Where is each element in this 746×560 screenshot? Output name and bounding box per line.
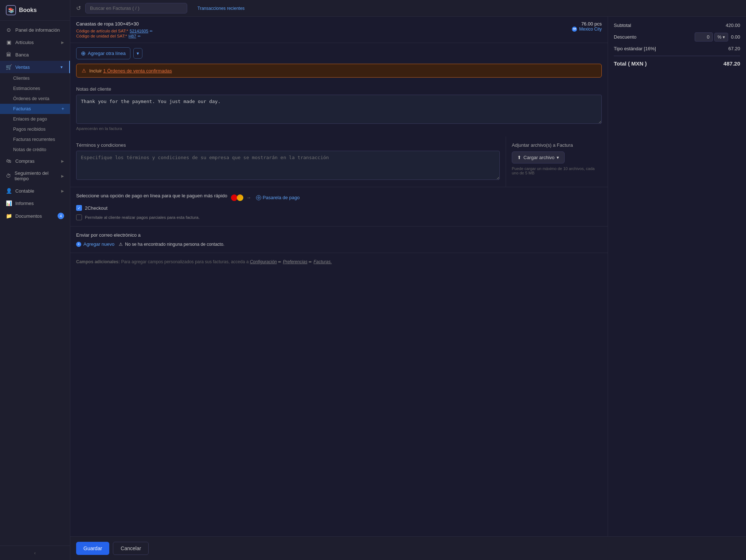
sidebar-item-articulos[interactable]: ▣ Artículos ▶ [0, 36, 70, 48]
add-line-button[interactable]: ⊕ Agregar otra línea [76, 47, 130, 59]
sidebar-item-panel[interactable]: ⊙ Panel de información [0, 24, 70, 36]
sidebar-item-label: Banca [15, 52, 29, 58]
sidebar-item-estimaciones[interactable]: Estimaciones [0, 83, 70, 94]
sidebar-item-ventas[interactable]: 🛒 Ventas ▼ [0, 61, 70, 73]
save-button[interactable]: Guardar [76, 542, 109, 555]
chevron-right-icon: ▶ [61, 189, 64, 193]
recent-transactions-link[interactable]: Transacciones recientes [192, 4, 251, 12]
warning-triangle-icon: ⚠ [119, 242, 123, 247]
discount-value: 0.00 [731, 34, 740, 40]
edit-sat-article-icon[interactable]: ✏ [150, 29, 153, 33]
add-email-button[interactable]: + Agregar nuevo [76, 241, 114, 247]
sat-article-code-label: Código de artículo del SAT:* [76, 29, 128, 33]
sidebar-item-label: Contable [15, 188, 34, 194]
warning-icon: ⚠ [82, 68, 86, 74]
add-line-dropdown-button[interactable]: ▾ [133, 48, 142, 59]
preferencias-link[interactable]: Preferencias [283, 259, 307, 264]
sidebar-item-contable[interactable]: 👤 Contable ▶ [0, 185, 70, 197]
sidebar-item-documentos[interactable]: 📁 Documentos 4 [0, 209, 70, 222]
alert-bar: ⚠ Incluir 1 Órdenes de venta confirmadas [76, 64, 602, 78]
terms-textarea[interactable] [76, 151, 500, 180]
sat-unit-code-value[interactable]: H87 [129, 34, 136, 38]
additional-fields-section: Campos adicionales: Para agregar campos … [70, 253, 608, 270]
email-label: Enviar por correo electrónico a [76, 232, 602, 238]
sidebar-item-recurrentes[interactable]: Facturas recurrentes [0, 134, 70, 145]
upload-file-button[interactable]: ⬆ Cargar archivo ▾ [512, 151, 565, 163]
location-name: Mexico City [579, 27, 602, 32]
right-panel: Subtotal 420.00 Descuento 0 % ▾ 0.00 [608, 17, 746, 536]
history-icon[interactable]: ↺ [76, 5, 81, 12]
sidebar-item-informes[interactable]: 📊 Informes [0, 197, 70, 209]
product-location[interactable]: 🗺 Mexico City [572, 27, 602, 32]
tax-value: 67.20 [728, 46, 740, 51]
bottom-bar: Guardar Cancelar [70, 536, 746, 560]
pct-dropdown-icon: ▾ [723, 35, 725, 40]
cancel-button[interactable]: Cancelar [113, 542, 149, 555]
sidebar-item-facturas[interactable]: Facturas + [0, 104, 70, 114]
sat-unit-code-label: Código de unidad del SAT:* [76, 34, 127, 38]
sidebar-item-pagos[interactable]: Pagos recibidos [0, 124, 70, 134]
arrow-icon: → [246, 195, 251, 200]
sidebar-item-banca[interactable]: 🏛 Banca [0, 48, 70, 61]
subtotal-label: Subtotal [614, 23, 631, 28]
sidebar-item-seguimiento[interactable]: ⏱ Seguimiento del tiempo ▶ [0, 167, 70, 185]
sidebar-item-compras[interactable]: 🛍 Compras ▶ [0, 155, 70, 167]
notes-textarea[interactable]: Thank you for the payment. You just made… [76, 95, 602, 124]
notes-hint: Aparecerán en la factura [76, 126, 602, 131]
sidebar-item-label: Documentos [15, 213, 42, 219]
add-circle-icon: + [76, 242, 81, 247]
checkout-checkbox[interactable]: ✓ [76, 205, 82, 211]
sidebar-item-label: Seguimiento del tiempo [15, 170, 58, 181]
edit-sat-unit-icon[interactable]: ✏ [138, 34, 141, 38]
chevron-right-icon: ▶ [61, 174, 64, 178]
payment-label: Seleccione una opción de pago en línea p… [76, 193, 227, 198]
sat-article-code-value[interactable]: 52141605 [130, 29, 148, 33]
additional-prefix: Campos adicionales: [76, 259, 120, 264]
alert-link[interactable]: 1 Órdenes de venta confirmadas [103, 68, 172, 74]
sidebar: 📚 Books ⊙ Panel de información ▣ Artícul… [0, 0, 70, 560]
payment-gateway-link[interactable]: ⚙ Pasarela de pago [256, 195, 300, 200]
gateway-label: Pasarela de pago [263, 195, 300, 200]
discount-input[interactable]: 0 [695, 32, 713, 42]
product-info: Canastas de ropa 100×45×30 Código de art… [76, 21, 566, 38]
terms-section: Términos y condiciones [70, 137, 506, 187]
sat-article-code-row: Código de artículo del SAT:* 52141605 ✏ [76, 29, 566, 33]
sidebar-item-label: Compras [15, 158, 35, 164]
arrow1: ➨ [278, 259, 282, 264]
alert-count-num: 1 [103, 68, 106, 74]
partial-pay-checkbox[interactable] [76, 214, 82, 220]
subtotal-row: Subtotal 420.00 [614, 23, 740, 28]
compras-icon: 🛍 [6, 158, 12, 164]
discount-pct-button[interactable]: % ▾ [714, 33, 728, 42]
facturas-link[interactable]: Facturas. [314, 259, 332, 264]
sidebar-item-credito[interactable]: Notas de crédito [0, 145, 70, 155]
facturas-add-badge[interactable]: + [62, 106, 64, 111]
gateway-icon: ⚙ [256, 195, 261, 200]
add-new-label: Agregar nuevo [83, 241, 114, 247]
search-bar[interactable] [85, 3, 187, 13]
total-value: 487.20 [723, 60, 740, 67]
sidebar-item-label: Informes [15, 201, 34, 206]
subtotal-value: 420.00 [726, 23, 740, 28]
sidebar-item-enlaces[interactable]: Enlaces de pago [0, 114, 70, 124]
payment-section: Seleccione una opción de pago en línea p… [70, 187, 608, 226]
collapse-sidebar-button[interactable]: ‹ [0, 545, 70, 560]
sidebar-item-clientes[interactable]: Clientes [0, 73, 70, 83]
product-name: Canastas de ropa 100×45×30 [76, 21, 566, 27]
search-input[interactable] [90, 5, 182, 11]
alert-prefix: Incluir [89, 68, 102, 74]
totals-section: Subtotal 420.00 Descuento 0 % ▾ 0.00 [608, 17, 746, 77]
grand-total-row: Total ( MXN ) 487.20 [614, 56, 740, 67]
plus-icon: ⊕ [81, 50, 86, 57]
product-codes: Código de artículo del SAT:* 52141605 ✏ … [76, 29, 566, 38]
qty-value: 76.00 pcs [572, 21, 602, 27]
attach-hint: Puede cargar un máximo de 10 archivos, c… [512, 166, 602, 175]
product-quantity: 76.00 pcs 🗺 Mexico City [572, 21, 602, 32]
banca-icon: 🏛 [6, 52, 12, 58]
config-link[interactable]: Configuración [250, 259, 277, 264]
additional-text: Campos adicionales: Para agregar campos … [76, 259, 332, 264]
documentos-badge: 4 [58, 213, 64, 219]
sidebar-item-ordenes[interactable]: Órdenes de venta [0, 94, 70, 104]
payment-icons: → [231, 194, 252, 201]
documentos-icon: 📁 [6, 213, 12, 219]
